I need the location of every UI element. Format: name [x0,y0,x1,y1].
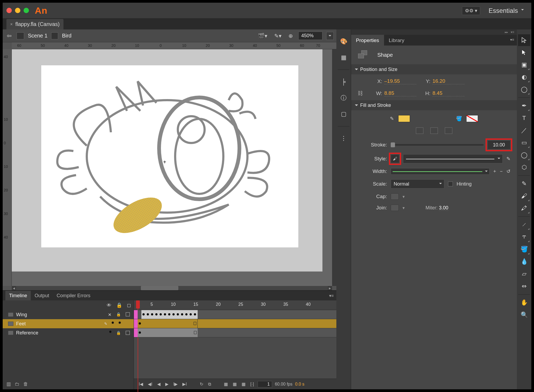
info-panel-icon[interactable]: ⓘ [339,94,348,102]
add-width-icon[interactable]: + [493,169,496,174]
reset-width-icon[interactable]: ↺ [506,168,510,174]
vertical-scrollbar[interactable] [332,49,336,286]
frame-ruler[interactable]: 1 5 10 15 20 25 30 35 40 [134,300,336,310]
tab-output[interactable]: Output [31,291,53,301]
back-button[interactable]: ⇦ [5,32,13,40]
tab-library[interactable]: Library [384,35,409,46]
timeline-menu-icon[interactable]: ▾≡ [329,293,334,298]
horizontal-scrollbar[interactable]: ◀▶ [12,286,332,290]
h-value[interactable]: 8.45 [433,90,465,96]
layer-locked-icon[interactable]: 🔒 [116,331,121,335]
pen-tool[interactable]: ✒ [518,100,530,112]
cap-dropdown[interactable] [391,193,399,200]
pencil-tool[interactable]: ✎ [518,178,530,190]
zoom-dropdown[interactable] [326,32,334,40]
edit-multiple-button[interactable]: ▦ [240,381,247,387]
polystar-tool[interactable]: ⬡ [518,161,530,173]
no-color-icon[interactable] [445,127,452,134]
current-frame-field[interactable]: 1 [258,381,272,387]
onion-outlines-button[interactable]: ▦ [232,381,238,387]
edit-style-icon[interactable]: ✎ [506,156,510,162]
black-white-icon[interactable] [430,127,438,134]
panel-collapse[interactable]: ▸▸ ▾≡ [351,29,517,35]
selection-tool[interactable] [518,34,530,46]
section-position-size[interactable]: Position and Size [351,64,517,74]
sync-settings-button[interactable]: ⚙︎⚙︎ ▾ [462,6,480,15]
hand-tool[interactable]: ✋ [518,297,530,308]
brush-lib-icon[interactable]: ⋮ [339,134,348,142]
rectangle-tool[interactable]: ▭ [518,137,530,149]
visibility-header-icon[interactable]: 👁 [107,303,111,308]
stroke-slider[interactable] [391,144,484,146]
layer-hidden-icon[interactable]: ✕ [108,312,111,317]
join-dropdown[interactable] [391,205,399,211]
eyedropper-tool[interactable]: 💧 [518,256,530,267]
goto-first-button[interactable]: I◀ [138,381,144,387]
step-back-button[interactable]: ◀I [147,381,153,387]
new-layer-button[interactable]: ▥ [6,381,11,387]
x-value[interactable]: –19.55 [384,78,416,84]
bind-tool[interactable]: ⥾ [518,231,530,243]
text-tool[interactable]: T [518,112,530,124]
canvas[interactable]: + [12,49,332,286]
symbol-crumb[interactable]: Bird [62,33,72,39]
fill-color-swatch[interactable] [466,115,478,122]
stroke-brush-button[interactable]: 🖌 [391,154,399,163]
hinting-checkbox[interactable] [448,182,453,186]
color-panel-icon[interactable]: 🎨 [339,37,348,46]
tab-compiler-errors[interactable]: Compiler Errors [53,291,94,301]
layer-row-feet[interactable]: Feet ✎ [3,319,134,328]
scene-crumb[interactable]: Scene 1 [28,33,47,39]
tab-properties[interactable]: Properties [351,35,384,46]
paint-bucket-tool[interactable]: 🪣 [518,243,530,255]
delete-layer-button[interactable]: 🗑 [23,381,28,387]
frame-track-feet[interactable] [134,319,336,328]
tab-timeline[interactable]: Timeline [5,291,31,301]
minimize-window-button[interactable] [15,8,20,13]
paint-brush-tool[interactable]: 🖍 [518,202,530,214]
link-wh-icon[interactable]: ⛓ [358,90,368,96]
transform-panel-icon[interactable]: ▢ [339,110,348,118]
layer-row-wing[interactable]: Wing ✕🔒 [3,310,134,319]
brush-tool[interactable]: 🖌 [518,190,530,202]
subselection-tool[interactable] [518,47,530,58]
frame-track-reference[interactable] [134,328,336,337]
workspace-switcher[interactable]: Essentials [486,5,526,16]
3d-rotation-tool[interactable]: ◐ [518,71,530,83]
close-window-button[interactable] [6,8,12,13]
new-folder-button[interactable]: 🗀 [15,381,20,387]
oval-tool[interactable]: ◯ [518,149,530,161]
center-frame-button[interactable]: ▦ [223,381,229,387]
properties-menu-icon[interactable]: ▾≡ [507,35,517,46]
y-value[interactable]: 16.20 [433,78,465,84]
marker-button[interactable]: [·] [249,381,255,387]
layer-outline-toggle[interactable] [126,331,130,335]
remove-width-icon[interactable]: − [500,169,503,174]
eraser-tool[interactable]: ▱ [518,268,530,280]
lasso-tool[interactable]: ◯ [518,84,530,95]
layer-outline-toggle[interactable] [126,322,130,326]
width-tool[interactable]: ⇔ [518,280,530,292]
zoom-input[interactable]: 450% [298,32,322,40]
stroke-color-swatch[interactable] [398,115,410,122]
layer-locked-icon[interactable]: 🔒 [116,312,121,317]
layer-visible-dot[interactable] [112,322,114,324]
scale-dropdown[interactable]: Normal [391,179,444,189]
goto-last-button[interactable]: ▶I [181,381,188,387]
onion-skin-button[interactable]: ⧉ [207,381,212,387]
outline-header-icon[interactable]: ◻ [127,302,131,308]
layer-outline-toggle[interactable] [126,312,130,316]
step-fwd-button[interactable]: I▶ [172,381,179,387]
section-fill-stroke[interactable]: Fill and Stroke [351,100,517,110]
lock-header-icon[interactable]: 🔒 [116,302,122,308]
close-tab-icon[interactable]: × [10,22,13,27]
document-tab[interactable]: × flappy.fla (Canvas) [6,19,63,29]
maximize-window-button[interactable] [24,8,29,13]
layer-row-reference[interactable]: Reference 🔒 [3,328,134,337]
swatches-panel-icon[interactable]: ▦ [339,54,348,62]
bone-tool[interactable]: ⟋ [518,219,530,231]
zoom-tool[interactable]: 🔍 [518,309,530,321]
stroke-style-dropdown[interactable] [403,154,503,163]
edit-symbol-button[interactable]: ✎▾ [273,33,283,39]
loop-button[interactable]: ↻ [199,381,204,387]
